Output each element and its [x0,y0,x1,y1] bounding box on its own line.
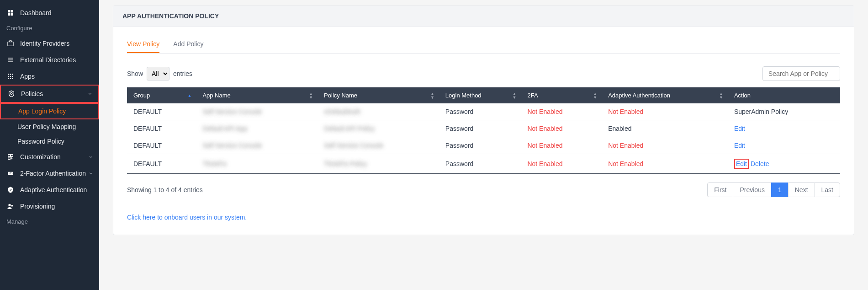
col-login-method[interactable]: Login Method▲▼ [439,87,521,103]
page-prev[interactable]: Previous [733,183,771,197]
action-text: SuperAdmin Policy [734,108,788,115]
page-last[interactable]: Last [815,183,840,197]
cell-action: EditDelete [728,154,840,174]
col-app-name[interactable]: App Name▲▼ [196,87,318,103]
cell-2fa: Not Enabled [521,120,602,137]
svg-rect-18 [8,155,11,157]
sidebar-label: Policies [21,90,43,97]
policy-card: APP AUTHENTICATION POLICY View Policy Ad… [113,5,854,235]
sidebar-item-customization[interactable]: Customization [0,149,99,165]
sidebar-label: Adaptive Authentication [20,186,87,193]
main-content: APP AUTHENTICATION POLICY View Policy Ad… [99,0,868,290]
users-icon [6,202,15,210]
col-adaptive[interactable]: Adaptive Authentication▲▼ [602,87,728,103]
svg-point-24 [11,205,13,207]
sidebar-item-external-directories[interactable]: External Directories [0,52,99,68]
cell-adaptive: Not Enabled [602,137,728,154]
cell-login: Password [439,137,521,154]
cell-group: DEFAULT [127,154,196,174]
sidebar-item-provisioning[interactable]: Provisioning [0,198,99,215]
sidebar-item-adaptive-auth[interactable]: Adaptive Authentication [0,182,99,198]
table-row: DEFAULT Self Service Console Self Servic… [127,137,840,154]
col-action[interactable]: Action [728,87,840,103]
cell-group: DEFAULT [127,137,196,154]
cell-2fa: Not Enabled [521,103,602,120]
cell-login: Password [439,154,521,174]
tab-view-policy[interactable]: View Policy [127,36,159,53]
sidebar-label: Apps [20,73,35,80]
svg-rect-4 [8,42,13,46]
cell-app: Default API App [196,120,318,137]
sidebar-section-manage: Manage [0,215,99,229]
col-2fa[interactable]: 2FA▲▼ [521,87,602,103]
sidebar-section-configure: Configure [0,21,99,35]
col-group[interactable]: Group▲ [127,87,196,103]
delete-link[interactable]: Delete [751,160,769,167]
svg-point-10 [12,74,13,75]
sidebar-label: Dashboard [20,9,52,16]
svg-point-11 [8,76,9,77]
edit-link[interactable]: Edit [734,159,749,169]
svg-point-17 [11,92,12,94]
sidebar-label: Provisioning [20,203,55,210]
cell-action: SuperAdmin Policy [728,103,840,120]
cell-policy: Default API Policy [318,120,439,137]
svg-point-16 [12,78,13,79]
page-title: APP AUTHENTICATION POLICY [113,6,854,27]
tab-add-policy[interactable]: Add Policy [173,36,203,53]
list-icon [6,56,15,64]
cell-login: Password [439,120,521,137]
cell-adaptive: Not Enabled [602,154,728,174]
sidebar: Dashboard Configure Identity Providers E… [0,0,99,290]
svg-text:123: 123 [9,172,13,175]
sidebar-label: 2-Factor Authentication [20,170,86,177]
cell-app: ThinkFix [196,154,318,174]
edit-link[interactable]: Edit [734,142,745,149]
cell-policy: ThinkFix Policy [318,154,439,174]
sidebar-item-identity-providers[interactable]: Identity Providers [0,35,99,52]
cell-group: DEFAULT [127,120,196,137]
table-footer: Showing 1 to 4 of 4 entries First Previo… [127,183,840,197]
table-row: DEFAULT Default API App Default API Poli… [127,120,840,137]
svg-point-23 [8,204,11,206]
page-next[interactable]: Next [788,183,815,197]
cell-adaptive: Enabled [602,120,728,137]
sidebar-label: Identity Providers [20,40,69,47]
svg-point-12 [10,76,11,77]
entries-select[interactable]: All [147,67,169,81]
sidebar-subitem-app-login-policy[interactable]: App Login Policy [0,103,99,119]
cell-adaptive: Not Enabled [602,103,728,120]
sidebar-item-dashboard[interactable]: Dashboard [0,5,99,21]
cell-app: Self Service Console [196,103,318,120]
sidebar-subitem-password-policy[interactable]: Password Policy [0,134,99,149]
col-policy-name[interactable]: Policy Name▲▼ [318,87,439,103]
svg-rect-0 [8,10,10,12]
plus-square-icon [6,153,15,161]
svg-point-13 [12,76,13,77]
cell-action: Edit [728,137,840,154]
cell-policy: Self Service Console [318,137,439,154]
svg-rect-2 [8,13,10,16]
cell-policy: xDefaultAuth [318,103,439,120]
cell-group: DEFAULT [127,103,196,120]
sidebar-item-apps[interactable]: Apps [0,68,99,85]
sidebar-item-2fa[interactable]: 123 2-Factor Authentication [0,165,99,182]
sidebar-subitem-user-policy-mapping[interactable]: User Policy Mapping [0,119,99,134]
table-controls: Show All entries [127,66,840,81]
onboard-link[interactable]: Click here to onboard users in our syste… [127,214,840,221]
check-shield-icon [6,186,15,194]
cell-login: Password [439,103,521,120]
svg-point-14 [8,78,9,79]
show-label: Show [127,70,143,77]
svg-point-9 [10,74,11,75]
table-info: Showing 1 to 4 of 4 entries [127,186,203,193]
sidebar-item-policies[interactable]: Policies [0,85,99,103]
search-input[interactable] [762,66,840,81]
page-1[interactable]: 1 [771,183,789,197]
svg-rect-3 [11,13,13,16]
table-row: DEFAULT Self Service Console xDefaultAut… [127,103,840,120]
table-row: DEFAULT ThinkFix ThinkFix Policy Passwor… [127,154,840,174]
edit-link[interactable]: Edit [734,125,745,132]
page-first[interactable]: First [707,183,733,197]
tabs: View Policy Add Policy [127,36,840,54]
